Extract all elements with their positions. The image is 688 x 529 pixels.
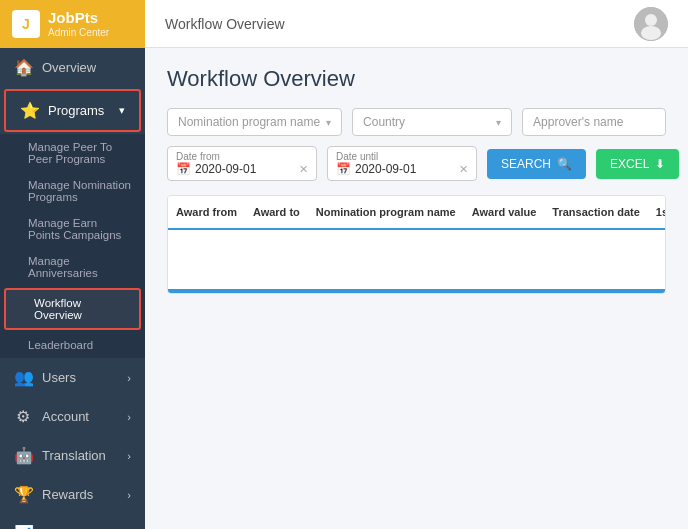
dropdown-arrow-icon: ▾ <box>326 117 331 128</box>
sidebar-item-translation[interactable]: 🤖 Translation › <box>0 436 145 475</box>
date-from-label: Date from <box>176 151 308 162</box>
filter-row-2: Date from 📅 2020-09-01 ✕ Date until 📅 20… <box>167 146 666 181</box>
topbar-title: Workflow Overview <box>165 16 285 32</box>
search-button-label: SEARCH <box>501 157 551 171</box>
sidebar-item-users[interactable]: 👥 Users › <box>0 358 145 397</box>
program-name-filter[interactable]: Nomination program name ▾ <box>167 108 342 136</box>
date-until-field[interactable]: Date until 📅 2020-09-01 ✕ <box>327 146 477 181</box>
submenu-peer-programs[interactable]: Manage Peer To Peer Programs <box>0 134 145 172</box>
search-icon: 🔍 <box>557 157 572 171</box>
chevron-icon: ▾ <box>119 104 125 117</box>
content-area: Workflow Overview Nomination program nam… <box>145 48 688 529</box>
translation-icon: 🤖 <box>14 446 32 465</box>
svg-point-2 <box>641 26 661 40</box>
clear-date-from-icon[interactable]: ✕ <box>299 163 308 176</box>
chevron-icon: › <box>127 372 131 384</box>
sidebar-item-label: Translation <box>42 448 106 463</box>
search-button[interactable]: SEARCH 🔍 <box>487 149 586 179</box>
date-until-label: Date until <box>336 151 468 162</box>
col-1st-lvl-approver: 1st LVL approver <box>648 196 666 229</box>
reports-icon: 📊 <box>14 524 32 529</box>
excel-button-label: EXCEL <box>610 157 649 171</box>
date-from-field[interactable]: Date from 📅 2020-09-01 ✕ <box>167 146 317 181</box>
sidebar-item-label: Programs <box>48 103 104 118</box>
filter-row-1: Nomination program name ▾ Country ▾ Appr… <box>167 108 666 136</box>
country-filter[interactable]: Country ▾ <box>352 108 512 136</box>
country-placeholder: Country <box>363 115 490 129</box>
submenu-leaderboard[interactable]: Leaderboard <box>0 332 145 358</box>
account-icon: ⚙ <box>14 407 32 426</box>
sidebar-item-label: Overview <box>42 60 96 75</box>
app-logo: J JobPts Admin Center <box>0 0 145 48</box>
date-from-value: 2020-09-01 <box>195 162 256 176</box>
page-title: Workflow Overview <box>167 66 666 92</box>
date-until-value: 2020-09-01 <box>355 162 416 176</box>
logo-text: JobPts Admin Center <box>48 10 109 38</box>
col-award-from: Award from <box>168 196 245 229</box>
col-nomination-program: Nomination program name <box>308 196 464 229</box>
workflow-table: Award from Award to Nomination program n… <box>167 195 666 294</box>
col-award-to: Award to <box>245 196 308 229</box>
users-icon: 👥 <box>14 368 32 387</box>
submenu-anniversaries[interactable]: Manage Anniversaries <box>0 248 145 286</box>
calendar-icon: 📅 <box>336 162 351 176</box>
submenu-earn-points[interactable]: Manage Earn Points Campaigns <box>0 210 145 248</box>
home-icon: 🏠 <box>14 58 32 77</box>
sidebar: J JobPts Admin Center 🏠 Overview ⭐ Progr… <box>0 0 145 529</box>
star-icon: ⭐ <box>20 101 38 120</box>
excel-button[interactable]: EXCEL ⬇ <box>596 149 679 179</box>
sidebar-item-label: Rewards <box>42 487 93 502</box>
table-empty-row <box>168 229 666 289</box>
table-header-row: Award from Award to Nomination program n… <box>168 196 666 229</box>
programs-submenu: Manage Peer To Peer Programs Manage Nomi… <box>0 134 145 358</box>
avatar <box>634 7 668 41</box>
sidebar-item-account[interactable]: ⚙ Account › <box>0 397 145 436</box>
calendar-icon: 📅 <box>176 162 191 176</box>
sidebar-item-programs[interactable]: ⭐ Programs ▾ <box>6 91 139 130</box>
download-icon: ⬇ <box>655 157 665 171</box>
program-name-placeholder: Nomination program name <box>178 115 320 129</box>
clear-date-until-icon[interactable]: ✕ <box>459 163 468 176</box>
rewards-icon: 🏆 <box>14 485 32 504</box>
logo-icon: J <box>12 10 40 38</box>
sidebar-item-reports[interactable]: 📊 Reports › <box>0 514 145 529</box>
table: Award from Award to Nomination program n… <box>168 196 666 289</box>
chevron-icon: › <box>127 411 131 423</box>
main-area: Workflow Overview Workflow Overview Nomi… <box>145 0 688 529</box>
chevron-icon: › <box>127 489 131 501</box>
table-scroll-bar[interactable] <box>168 289 665 293</box>
chevron-icon: › <box>127 450 131 462</box>
col-award-value: Award value <box>464 196 545 229</box>
sidebar-item-label: Users <box>42 370 76 385</box>
sidebar-item-rewards[interactable]: 🏆 Rewards › <box>0 475 145 514</box>
approver-filter[interactable]: Approver's name <box>522 108 666 136</box>
topbar: Workflow Overview <box>145 0 688 48</box>
dropdown-arrow-icon: ▾ <box>496 117 501 128</box>
approver-placeholder: Approver's name <box>533 115 655 129</box>
sidebar-item-overview[interactable]: 🏠 Overview <box>0 48 145 87</box>
submenu-nomination[interactable]: Manage Nomination Programs <box>0 172 145 210</box>
sidebar-item-label: Account <box>42 409 89 424</box>
col-transaction-date: Transaction date <box>544 196 647 229</box>
svg-point-1 <box>645 14 657 26</box>
submenu-workflow[interactable]: Workflow Overview <box>6 290 139 328</box>
